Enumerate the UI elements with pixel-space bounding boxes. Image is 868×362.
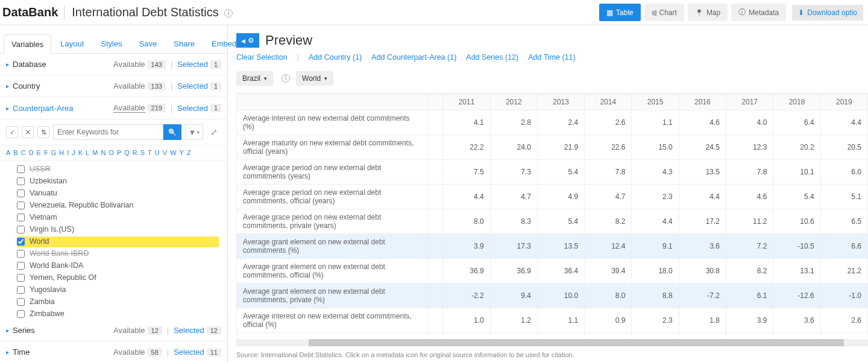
alpha-P[interactable]: P bbox=[117, 149, 121, 156]
year-header[interactable]: 2016 bbox=[679, 94, 726, 110]
country-checkbox[interactable] bbox=[17, 202, 25, 209]
clear-all-button[interactable] bbox=[22, 126, 34, 138]
year-header[interactable]: 2013 bbox=[537, 94, 584, 110]
country-checkbox[interactable] bbox=[17, 310, 25, 318]
alpha-F[interactable]: F bbox=[44, 149, 48, 156]
dropdown-world[interactable]: World bbox=[296, 71, 333, 86]
sidebar-tab-save[interactable]: Save bbox=[131, 34, 165, 53]
alpha-W[interactable]: W bbox=[170, 149, 176, 156]
action-link[interactable]: Clear Selection bbox=[236, 53, 288, 62]
section-database[interactable]: ▸DatabaseAvailable 143|Selected 1 bbox=[0, 54, 227, 75]
alpha-E[interactable]: E bbox=[37, 149, 41, 156]
country-item[interactable]: Yemen, Republic Of bbox=[17, 272, 227, 284]
country-list[interactable]: USSRUzbekistanVanuatuVenezuela, Republic… bbox=[0, 160, 227, 320]
country-item[interactable]: World bbox=[17, 235, 227, 247]
sidebar-tab-variables[interactable]: Variables bbox=[4, 34, 51, 54]
preview-settings-button[interactable] bbox=[236, 33, 259, 48]
row-label[interactable]: Average interest on new external debt co… bbox=[237, 333, 429, 337]
country-item[interactable]: Zimbabwe bbox=[17, 308, 227, 320]
alpha-T[interactable]: T bbox=[148, 149, 152, 156]
alpha-S[interactable]: S bbox=[140, 149, 145, 156]
alpha-N[interactable]: N bbox=[101, 149, 105, 156]
country-item[interactable]: World Bank-IBRD bbox=[17, 247, 227, 259]
country-item[interactable]: Uzbekistan bbox=[17, 175, 227, 187]
alpha-O[interactable]: O bbox=[108, 149, 114, 156]
year-header[interactable]: 2018 bbox=[773, 94, 820, 110]
row-label[interactable]: Average grace period on new external deb… bbox=[237, 185, 429, 209]
section-time[interactable]: ▸TimeAvailable 58|Selected 11 bbox=[0, 341, 227, 362]
year-header[interactable]: 2014 bbox=[585, 94, 632, 110]
row-label[interactable]: Average interest on new external debt co… bbox=[237, 110, 429, 135]
year-header[interactable]: 2017 bbox=[726, 94, 773, 110]
country-checkbox[interactable] bbox=[17, 189, 25, 197]
country-checkbox[interactable] bbox=[17, 250, 25, 258]
section-country[interactable]: ▸CountryAvailable 133|Selected 1 bbox=[0, 75, 227, 97]
country-item[interactable]: Vanuatu bbox=[17, 187, 227, 199]
info-icon[interactable]: i bbox=[224, 9, 233, 17]
sidebar-tab-styles[interactable]: Styles bbox=[93, 34, 130, 53]
selected-label[interactable]: Selected bbox=[174, 348, 204, 357]
row-label[interactable]: Average grace period on new external deb… bbox=[237, 209, 429, 234]
row-label[interactable]: Average maturity on new external debt co… bbox=[237, 135, 429, 160]
select-all-button[interactable] bbox=[6, 126, 18, 138]
alpha-V[interactable]: V bbox=[163, 149, 167, 156]
year-header[interactable]: 2012 bbox=[490, 94, 537, 110]
action-link[interactable]: Add Country (1) bbox=[309, 53, 362, 62]
alpha-D[interactable]: D bbox=[29, 149, 34, 156]
alpha-Z[interactable]: Z bbox=[187, 149, 191, 156]
country-checkbox[interactable] bbox=[17, 214, 25, 221]
row-label[interactable]: Average grant element on new external de… bbox=[237, 234, 429, 259]
sidebar-tab-share[interactable]: Share bbox=[166, 34, 203, 53]
alpha-I[interactable]: I bbox=[67, 149, 69, 156]
country-checkbox[interactable] bbox=[17, 286, 25, 294]
country-checkbox[interactable] bbox=[17, 274, 25, 282]
action-link[interactable]: Add Time (11) bbox=[528, 53, 576, 62]
search-input[interactable] bbox=[53, 124, 163, 140]
year-header[interactable]: 2011 bbox=[443, 94, 490, 110]
country-checkbox[interactable] bbox=[17, 238, 25, 246]
year-header[interactable]: 2015 bbox=[632, 94, 679, 110]
view-tab-map[interactable]: Map bbox=[688, 4, 728, 21]
alpha-U[interactable]: U bbox=[155, 149, 160, 156]
country-item[interactable]: Yugoslavia bbox=[17, 284, 227, 296]
alpha-C[interactable]: C bbox=[21, 149, 26, 156]
view-tab-chart[interactable]: Chart bbox=[644, 4, 684, 21]
selected-label[interactable]: Selected bbox=[177, 60, 208, 69]
sidebar-tab-layout[interactable]: Layout bbox=[52, 34, 92, 53]
search-button[interactable] bbox=[163, 124, 181, 140]
action-link[interactable]: Add Series (12) bbox=[466, 53, 518, 62]
country-item[interactable]: Zambia bbox=[17, 296, 227, 308]
row-label[interactable]: Average grant element on new external de… bbox=[237, 259, 429, 284]
country-checkbox[interactable] bbox=[17, 177, 25, 185]
country-item[interactable]: USSR bbox=[17, 163, 227, 175]
country-checkbox[interactable] bbox=[17, 262, 25, 270]
fullscreen-button[interactable] bbox=[207, 125, 221, 139]
country-item[interactable]: Venezuela, Republic Bolivarian bbox=[17, 199, 227, 211]
country-checkbox[interactable] bbox=[17, 298, 25, 306]
alpha-B[interactable]: B bbox=[13, 149, 17, 156]
view-tab-metadata[interactable]: Metadata bbox=[731, 4, 786, 21]
alpha-H[interactable]: H bbox=[59, 149, 64, 156]
action-link[interactable]: Add Counterpart-Area (1) bbox=[371, 53, 456, 62]
alpha-J[interactable]: J bbox=[72, 149, 75, 156]
country-item[interactable]: Virgin Is.(US) bbox=[17, 223, 227, 235]
row-label[interactable]: Average grace period on new external deb… bbox=[237, 160, 429, 185]
download-button[interactable]: Download optio bbox=[792, 5, 863, 21]
alpha-M[interactable]: M bbox=[92, 149, 98, 156]
table-wrap[interactable]: 201120122013201420152016201720182019Aver… bbox=[236, 93, 868, 337]
section-counterpart-area[interactable]: ▸Counterpart-AreaAvailable 219|Selected … bbox=[0, 97, 227, 119]
country-item[interactable]: Vietnam bbox=[17, 211, 227, 223]
alpha-Q[interactable]: Q bbox=[124, 149, 130, 156]
selected-label[interactable]: Selected bbox=[177, 81, 208, 91]
country-item[interactable]: World Bank-IDA bbox=[17, 259, 227, 272]
alpha-K[interactable]: K bbox=[78, 149, 83, 156]
section-series[interactable]: ▸SeriesAvailable 12|Selected 12 bbox=[0, 320, 227, 341]
selected-label[interactable]: Selected bbox=[174, 326, 204, 335]
horizontal-scrollbar[interactable] bbox=[236, 339, 868, 346]
alpha-G[interactable]: G bbox=[51, 149, 57, 156]
view-tab-table[interactable]: Table bbox=[599, 4, 641, 21]
alpha-L[interactable]: L bbox=[86, 149, 89, 156]
dropdown-brazil[interactable]: Brazil bbox=[236, 71, 273, 86]
filter-button[interactable]: ▼▾ bbox=[185, 124, 203, 140]
row-label[interactable]: Average interest on new external debt co… bbox=[237, 308, 429, 333]
